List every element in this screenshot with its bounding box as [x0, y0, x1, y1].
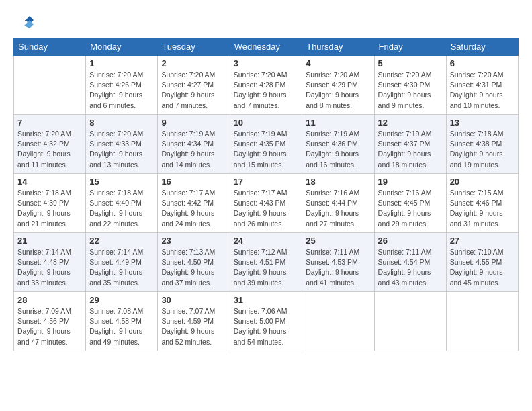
day-info: Sunrise: 7:17 AMSunset: 4:43 PMDaylight:…: [234, 188, 299, 229]
day-number: 6: [450, 58, 515, 68]
calendar-cell: 8Sunrise: 7:20 AMSunset: 4:33 PMDaylight…: [86, 115, 158, 174]
day-number: 22: [89, 236, 154, 246]
day-info: Sunrise: 7:09 AMSunset: 4:56 PMDaylight:…: [17, 306, 82, 347]
day-number: 31: [234, 295, 299, 305]
day-number: 20: [450, 177, 515, 187]
day-info: Sunrise: 7:20 AMSunset: 4:27 PMDaylight:…: [161, 70, 226, 111]
day-info: Sunrise: 7:06 AMSunset: 5:00 PMDaylight:…: [234, 306, 299, 347]
calendar-cell: 6Sunrise: 7:20 AMSunset: 4:31 PMDaylight…: [446, 56, 518, 115]
day-number: 16: [161, 177, 226, 187]
day-info: Sunrise: 7:18 AMSunset: 4:38 PMDaylight:…: [450, 129, 515, 170]
calendar-cell: [302, 292, 374, 351]
calendar-cell: 28Sunrise: 7:09 AMSunset: 4:56 PMDayligh…: [14, 292, 86, 351]
day-info: Sunrise: 7:08 AMSunset: 4:58 PMDaylight:…: [89, 306, 154, 347]
day-number: 2: [161, 58, 226, 68]
day-info: Sunrise: 7:11 AMSunset: 4:54 PMDaylight:…: [378, 247, 443, 288]
calendar-cell: 18Sunrise: 7:16 AMSunset: 4:44 PMDayligh…: [302, 174, 374, 233]
col-header-tuesday: Tuesday: [158, 38, 230, 56]
day-number: 27: [450, 236, 515, 246]
day-number: 3: [234, 58, 299, 68]
day-info: Sunrise: 7:07 AMSunset: 4:59 PMDaylight:…: [161, 306, 226, 347]
calendar-week-3: 14Sunrise: 7:18 AMSunset: 4:39 PMDayligh…: [14, 174, 519, 233]
day-number: 21: [17, 236, 82, 246]
page: SundayMondayTuesdayWednesdayThursdayFrid…: [0, 0, 532, 411]
calendar-cell: 12Sunrise: 7:19 AMSunset: 4:37 PMDayligh…: [374, 115, 446, 174]
col-header-monday: Monday: [86, 38, 158, 56]
calendar-cell: [374, 292, 446, 351]
calendar-cell: 17Sunrise: 7:17 AMSunset: 4:43 PMDayligh…: [230, 174, 302, 233]
day-info: Sunrise: 7:11 AMSunset: 4:53 PMDaylight:…: [306, 247, 370, 288]
day-info: Sunrise: 7:18 AMSunset: 4:39 PMDaylight:…: [17, 188, 82, 229]
calendar-cell: 23Sunrise: 7:13 AMSunset: 4:50 PMDayligh…: [158, 233, 230, 292]
col-header-wednesday: Wednesday: [230, 38, 302, 56]
day-info: Sunrise: 7:20 AMSunset: 4:32 PMDaylight:…: [17, 129, 82, 170]
day-info: Sunrise: 7:19 AMSunset: 4:35 PMDaylight:…: [234, 129, 299, 170]
calendar-cell: 21Sunrise: 7:14 AMSunset: 4:48 PMDayligh…: [14, 233, 86, 292]
calendar-cell: 24Sunrise: 7:12 AMSunset: 4:51 PMDayligh…: [230, 233, 302, 292]
calendar-cell: 14Sunrise: 7:18 AMSunset: 4:39 PMDayligh…: [14, 174, 86, 233]
calendar-cell: 7Sunrise: 7:20 AMSunset: 4:32 PMDaylight…: [14, 115, 86, 174]
day-info: Sunrise: 7:19 AMSunset: 4:37 PMDaylight:…: [378, 129, 443, 170]
calendar-cell: 22Sunrise: 7:14 AMSunset: 4:49 PMDayligh…: [86, 233, 158, 292]
day-info: Sunrise: 7:16 AMSunset: 4:45 PMDaylight:…: [378, 188, 443, 229]
day-info: Sunrise: 7:10 AMSunset: 4:55 PMDaylight:…: [450, 247, 515, 288]
day-info: Sunrise: 7:13 AMSunset: 4:50 PMDaylight:…: [161, 247, 226, 288]
day-number: 28: [17, 295, 82, 305]
day-number: 9: [161, 118, 226, 128]
day-info: Sunrise: 7:14 AMSunset: 4:49 PMDaylight:…: [89, 247, 154, 288]
day-info: Sunrise: 7:18 AMSunset: 4:40 PMDaylight:…: [89, 188, 154, 229]
day-number: 26: [378, 236, 443, 246]
calendar-cell: 5Sunrise: 7:20 AMSunset: 4:30 PMDaylight…: [374, 56, 446, 115]
logo-icon: [15, 11, 35, 31]
day-number: 4: [306, 58, 370, 68]
day-info: Sunrise: 7:15 AMSunset: 4:46 PMDaylight:…: [450, 188, 515, 229]
day-number: 25: [306, 236, 370, 246]
day-number: 1: [89, 58, 154, 68]
col-header-friday: Friday: [374, 38, 446, 56]
day-number: 7: [17, 118, 82, 128]
calendar-header-row: SundayMondayTuesdayWednesdayThursdayFrid…: [14, 38, 519, 56]
calendar-cell: 9Sunrise: 7:19 AMSunset: 4:34 PMDaylight…: [158, 115, 230, 174]
day-number: 13: [450, 118, 515, 128]
calendar-cell: 19Sunrise: 7:16 AMSunset: 4:45 PMDayligh…: [374, 174, 446, 233]
calendar-cell: 31Sunrise: 7:06 AMSunset: 5:00 PMDayligh…: [230, 292, 302, 351]
calendar-cell: 4Sunrise: 7:20 AMSunset: 4:29 PMDaylight…: [302, 56, 374, 115]
day-info: Sunrise: 7:17 AMSunset: 4:42 PMDaylight:…: [161, 188, 226, 229]
calendar-week-1: 1Sunrise: 7:20 AMSunset: 4:26 PMDaylight…: [14, 56, 519, 115]
calendar-cell: 30Sunrise: 7:07 AMSunset: 4:59 PMDayligh…: [158, 292, 230, 351]
day-info: Sunrise: 7:20 AMSunset: 4:29 PMDaylight:…: [306, 70, 370, 111]
calendar-cell: [446, 292, 518, 351]
calendar-cell: 10Sunrise: 7:19 AMSunset: 4:35 PMDayligh…: [230, 115, 302, 174]
day-number: 19: [378, 177, 443, 187]
calendar-table: SundayMondayTuesdayWednesdayThursdayFrid…: [13, 38, 519, 351]
calendar-week-2: 7Sunrise: 7:20 AMSunset: 4:32 PMDaylight…: [14, 115, 519, 174]
day-number: 30: [161, 295, 226, 305]
day-info: Sunrise: 7:20 AMSunset: 4:28 PMDaylight:…: [234, 70, 299, 111]
day-info: Sunrise: 7:20 AMSunset: 4:30 PMDaylight:…: [378, 70, 443, 111]
day-number: 10: [234, 118, 299, 128]
calendar-cell: 29Sunrise: 7:08 AMSunset: 4:58 PMDayligh…: [86, 292, 158, 351]
calendar-cell: 3Sunrise: 7:20 AMSunset: 4:28 PMDaylight…: [230, 56, 302, 115]
calendar-cell: 15Sunrise: 7:18 AMSunset: 4:40 PMDayligh…: [86, 174, 158, 233]
day-info: Sunrise: 7:19 AMSunset: 4:34 PMDaylight:…: [161, 129, 226, 170]
calendar-cell: 27Sunrise: 7:10 AMSunset: 4:55 PMDayligh…: [446, 233, 518, 292]
logo: [13, 11, 35, 31]
day-info: Sunrise: 7:14 AMSunset: 4:48 PMDaylight:…: [17, 247, 82, 288]
day-info: Sunrise: 7:20 AMSunset: 4:26 PMDaylight:…: [89, 70, 154, 111]
calendar-cell: 26Sunrise: 7:11 AMSunset: 4:54 PMDayligh…: [374, 233, 446, 292]
day-number: 24: [234, 236, 299, 246]
day-number: 14: [17, 177, 82, 187]
day-number: 23: [161, 236, 226, 246]
calendar-cell: 2Sunrise: 7:20 AMSunset: 4:27 PMDaylight…: [158, 56, 230, 115]
day-info: Sunrise: 7:12 AMSunset: 4:51 PMDaylight:…: [234, 247, 299, 288]
day-number: 12: [378, 118, 443, 128]
calendar-cell: 11Sunrise: 7:19 AMSunset: 4:36 PMDayligh…: [302, 115, 374, 174]
day-number: 15: [89, 177, 154, 187]
calendar-cell: 13Sunrise: 7:18 AMSunset: 4:38 PMDayligh…: [446, 115, 518, 174]
day-number: 5: [378, 58, 443, 68]
header: [13, 11, 519, 31]
day-info: Sunrise: 7:20 AMSunset: 4:31 PMDaylight:…: [450, 70, 515, 111]
col-header-thursday: Thursday: [302, 38, 374, 56]
col-header-sunday: Sunday: [14, 38, 86, 56]
day-info: Sunrise: 7:20 AMSunset: 4:33 PMDaylight:…: [89, 129, 154, 170]
